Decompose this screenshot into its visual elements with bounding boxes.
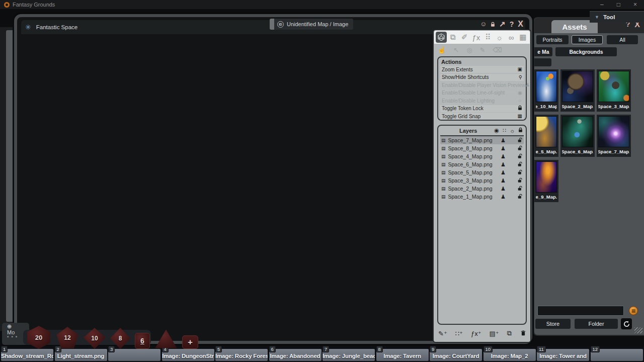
filter-button[interactable]: Backgrounds bbox=[555, 47, 617, 56]
action-item[interactable]: Toggle Grid Snap ▦ bbox=[440, 113, 524, 120]
tag-handle[interactable] bbox=[270, 19, 274, 30]
tab-portraits[interactable]: Portraits bbox=[536, 35, 569, 44]
die-d20[interactable]: 20 bbox=[26, 326, 51, 349]
taskbar-slot[interactable]: 2 Light_stream.png bbox=[55, 349, 107, 361]
taskbar-slot[interactable]: 5 Image: Rocky Fores bbox=[215, 349, 268, 361]
asset-thumbnail[interactable]: Space_3_Map. bbox=[597, 69, 631, 112]
taskbar-slot[interactable]: 12 bbox=[591, 349, 643, 361]
draw-tool-icon[interactable]: ✎ bbox=[479, 46, 485, 54]
token-icon[interactable]: ♟ bbox=[493, 145, 514, 152]
die-d6[interactable]: 6 bbox=[135, 333, 150, 349]
map-maximize-button[interactable]: ↗ bbox=[499, 18, 506, 30]
map-close-button[interactable]: X bbox=[518, 18, 523, 30]
delete-icon[interactable] bbox=[521, 330, 526, 337]
erase-tool-icon[interactable]: ⌫ bbox=[493, 46, 502, 54]
map-shortcuts-button[interactable]: ☺ bbox=[480, 18, 487, 30]
taskbar-slot[interactable]: 8 Image: Tavern bbox=[376, 349, 429, 361]
die-d8[interactable]: 8 bbox=[110, 328, 130, 349]
action-label: Show/Hide Shortcuts bbox=[442, 74, 489, 80]
visibility-icon[interactable]: ◉ bbox=[494, 127, 499, 134]
taskbar-slot[interactable]: 10 Image: Map_2 bbox=[484, 349, 536, 361]
asset-thumbnail[interactable]: Space_6_Map. bbox=[560, 115, 595, 157]
grid-mode-icon[interactable]: ▦ bbox=[517, 32, 528, 43]
taskbar-slot[interactable]: 1 Shadow_stream_Ro bbox=[1, 349, 53, 361]
add-tile-icon[interactable]: ∷⁺ bbox=[455, 330, 463, 337]
refresh-button[interactable] bbox=[621, 318, 632, 329]
pointer-tool-icon[interactable]: ☝ bbox=[438, 46, 446, 54]
action-item[interactable]: Toggle Token Lock bbox=[440, 105, 524, 112]
map-lock-button[interactable] bbox=[491, 18, 495, 30]
tool-dropdown[interactable]: ▼ Tool bbox=[590, 11, 644, 23]
action-label: Enable/Disable Player Vision Preview bbox=[442, 82, 526, 88]
unlock-icon[interactable] bbox=[514, 192, 523, 201]
taskbar-slot[interactable]: 11 Image: Tower and bbox=[537, 349, 589, 361]
lighting-mode-icon[interactable]: ☼ bbox=[494, 32, 505, 43]
asset-thumbnail[interactable]: e_5_Map. bbox=[534, 115, 558, 157]
tab-images[interactable]: Images bbox=[572, 35, 603, 44]
layer-row[interactable]: ▤ Space_1_Map.png ♟ bbox=[440, 193, 524, 201]
action-item[interactable]: Enable/Disable Player Vision Preview ♟ bbox=[440, 81, 524, 88]
asset-thumbnail[interactable]: e_9_Map. bbox=[534, 160, 558, 202]
taskbar-slot[interactable]: 3 bbox=[108, 349, 160, 361]
taskbar-slot[interactable]: 9 Image: CourtYard bbox=[430, 349, 482, 361]
token-icon[interactable]: ♟ bbox=[493, 194, 514, 200]
add-drawing-icon[interactable]: ✎⁺ bbox=[438, 330, 447, 337]
map-type-tag[interactable]: ID Unidentified Map / Image bbox=[270, 19, 353, 30]
resize-handle[interactable] bbox=[634, 327, 642, 333]
lock-icon[interactable] bbox=[518, 127, 523, 134]
asset-thumbnail[interactable]: Space_7_Map. bbox=[597, 115, 631, 157]
target-tool-icon[interactable]: ◎ bbox=[466, 46, 472, 54]
layer-row[interactable]: ▤ Space_6_Map.png ♟ bbox=[440, 160, 524, 168]
window-maximize-button[interactable]: □ bbox=[617, 0, 620, 9]
duplicate-icon[interactable]: ⧉ bbox=[507, 329, 512, 337]
window-pin-icon[interactable]: ✳ bbox=[25, 23, 31, 31]
window-minimize-button[interactable]: – bbox=[600, 0, 604, 9]
token-icon[interactable]: ♟ bbox=[493, 161, 514, 168]
window-close-button[interactable]: × bbox=[633, 0, 637, 9]
die-d10[interactable]: 10 bbox=[84, 328, 106, 349]
effects-mode-icon[interactable]: ƒx bbox=[470, 32, 481, 43]
layer-row[interactable]: ▤ Space_5_Map.png ♟ bbox=[440, 168, 524, 176]
store-button[interactable]: Store bbox=[535, 319, 571, 329]
lighting-icon[interactable]: ☼ bbox=[510, 128, 515, 134]
tiles-icon[interactable]: ∷ bbox=[503, 127, 506, 134]
token-icon[interactable]: ♟ bbox=[493, 169, 514, 176]
action-item[interactable]: Show/Hide Shortcuts ⚲ bbox=[440, 74, 524, 81]
layer-row[interactable]: ▤ Space_7_Map.png ♟ bbox=[440, 136, 524, 144]
layer-row[interactable]: ▤ Space_3_Map.png ♟ bbox=[440, 176, 524, 185]
layer-row[interactable]: ▤ Space_4_Map.png ♟ bbox=[440, 152, 524, 160]
grid-view-button[interactable]: ▦ bbox=[629, 306, 638, 315]
token-icon[interactable]: ♟ bbox=[493, 153, 514, 160]
layers-mode-icon[interactable]: ⧉ bbox=[447, 32, 458, 43]
die-d4[interactable] bbox=[154, 329, 178, 349]
action-item[interactable]: Enable/Disable Line-of-sight ◉ bbox=[440, 89, 524, 97]
paint-mode-icon[interactable]: ✐ bbox=[459, 32, 470, 43]
token-icon[interactable]: ♟ bbox=[493, 137, 514, 144]
die-plus[interactable]: + bbox=[182, 335, 198, 349]
taskbar-slot[interactable]: 7 Image: Jungle_beac bbox=[323, 349, 375, 361]
map-help-button[interactable]: ? bbox=[510, 18, 514, 30]
asset-search-input[interactable] bbox=[537, 306, 624, 316]
filter-button[interactable]: e Ma bbox=[534, 47, 552, 56]
die-d12[interactable]: 12 bbox=[56, 327, 79, 349]
asset-thumbnail[interactable]: Space_2_Map. bbox=[560, 69, 595, 112]
new-folder-icon[interactable]: ▤⁺ bbox=[490, 330, 499, 337]
tiles-mode-icon[interactable]: ⠿ bbox=[482, 32, 494, 43]
tab-all[interactable]: All bbox=[607, 35, 638, 44]
action-item[interactable]: Zoom Extents ▣ bbox=[440, 66, 524, 73]
token-icon[interactable]: ♟ bbox=[493, 177, 514, 184]
layer-row[interactable]: ▤ Space_2_Map.png ♟ bbox=[440, 185, 524, 193]
token-icon[interactable]: ♟ bbox=[493, 186, 514, 192]
taskbar-slot[interactable]: 6 Image: Abandoned bbox=[269, 349, 321, 361]
select-tool-icon[interactable]: ↖ bbox=[453, 46, 459, 54]
asset-thumbnail[interactable]: e_10_Map bbox=[534, 69, 558, 112]
mask-mode-icon[interactable]: ∞ bbox=[506, 32, 517, 43]
action-label: Zoom Extents bbox=[442, 67, 473, 72]
d20-mode-icon[interactable] bbox=[436, 32, 447, 43]
action-item[interactable]: Enable/Disable Lighting ☼ bbox=[440, 97, 524, 104]
add-effect-icon[interactable]: ƒx⁺ bbox=[471, 330, 481, 337]
taskbar-slot[interactable]: 4 Image: DungeonStr bbox=[162, 349, 214, 361]
layer-row[interactable]: ▤ Space_8_Map.png ♟ bbox=[440, 144, 524, 152]
clipped-filter-button[interactable] bbox=[534, 58, 551, 66]
folder-button[interactable]: Folder bbox=[575, 319, 618, 329]
